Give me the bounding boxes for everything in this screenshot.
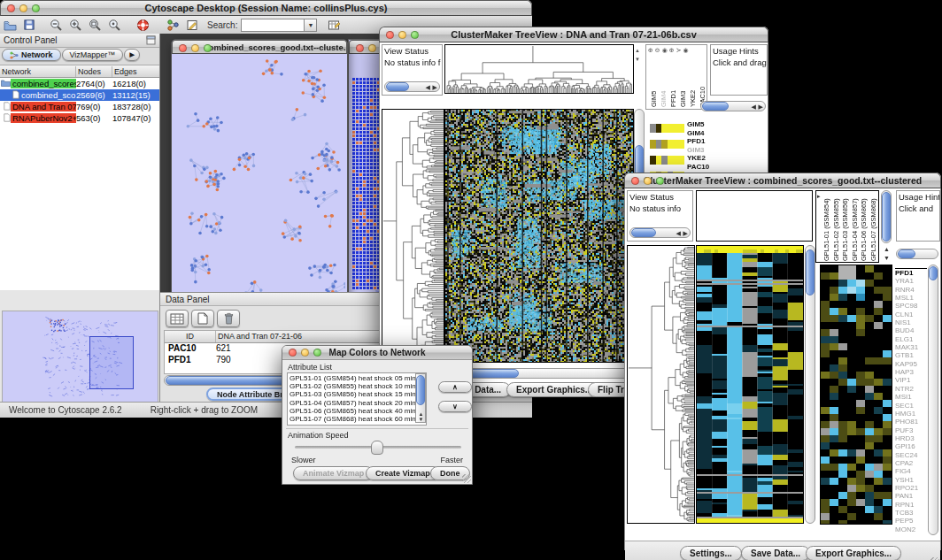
close-button[interactable] — [179, 44, 187, 52]
network-table-row[interactable]: RNAPuberNov2+563(0)107847(0) — [0, 112, 159, 124]
zoom-selected-icon[interactable] — [104, 16, 124, 34]
network-view-titlebar[interactable]: combined_scores_good.txt--cluste... — [172, 40, 347, 54]
view-status-scrollbar[interactable]: ◀ ▶ — [629, 227, 691, 238]
gene-label[interactable]: SEC1 — [895, 402, 927, 410]
close-button[interactable] — [289, 349, 297, 357]
scroll-right-arrow[interactable]: ▶ — [759, 103, 763, 111]
scroll-thumb[interactable] — [806, 249, 815, 295]
combined-zoom-heatmap[interactable] — [820, 265, 892, 525]
dialog-titlebar[interactable]: Map Colors to Network — [282, 346, 472, 360]
table-edit-icon[interactable] — [324, 16, 344, 34]
scroll-thumb[interactable] — [416, 375, 425, 405]
gene-label[interactable]: GPI16 — [895, 442, 927, 450]
create-vizmap-button[interactable]: Create Vizmap — [366, 466, 440, 480]
gene-label[interactable]: YRA1 — [895, 277, 927, 285]
dna-heatmap[interactable] — [444, 109, 634, 363]
network-overview-panel[interactable] — [2, 311, 158, 405]
dna-column-label[interactable]: YKE2 — [689, 72, 697, 107]
network-table-row[interactable]: combined_sco2569(6)13112(15) — [0, 89, 159, 101]
dna-left-dendrogram[interactable] — [382, 109, 444, 363]
gene-label[interactable]: RPO21 — [895, 484, 927, 492]
delete-attribute-button[interactable] — [217, 310, 240, 327]
gpl-column-header[interactable]: GPL51-01 (GSM854) — [822, 192, 830, 261]
annotation-tool-icon[interactable] — [182, 16, 202, 34]
network-view-canvas[interactable] — [172, 55, 345, 326]
scroll-thumb[interactable] — [466, 369, 519, 378]
gene-label[interactable]: GTB1 — [895, 351, 927, 359]
save-button[interactable] — [19, 16, 39, 34]
combined-heatmap-vscrollbar[interactable] — [805, 245, 815, 524]
attribute-select-button[interactable] — [166, 310, 189, 327]
gene-list[interactable]: PFD1YRA1RNR4MSL1SPC98CLN1NIS1BUD4ELG1MAK… — [895, 268, 927, 536]
dna-column-label[interactable]: PFD1 — [669, 72, 677, 107]
resize-grip[interactable] — [462, 474, 471, 483]
attribute-list-vscrollbar[interactable]: ▲▼ — [415, 373, 426, 423]
scroll-thumb[interactable] — [386, 82, 409, 91]
settings-button[interactable]: Settings... — [680, 546, 742, 560]
main-titlebar[interactable]: Cytoscape Desktop (Session Name: collins… — [0, 0, 532, 16]
gene-label[interactable]: MSL1 — [895, 294, 927, 302]
treeview-combined-titlebar[interactable]: ClusterMaker TreeView : combined_scores_… — [624, 173, 941, 188]
gene-label[interactable]: FIG4 — [895, 467, 927, 475]
gene-label[interactable]: YSH1 — [895, 476, 927, 484]
gene-label[interactable]: NTR2 — [895, 385, 927, 393]
gpl-column-header[interactable]: GPL51-03 (GSM856) — [841, 192, 849, 261]
attribute-list-item[interactable]: GPL51-02 (GSM855) heat shock 10 min — [288, 382, 413, 390]
view-status-scrollbar[interactable]: ◀ ▶ — [384, 81, 440, 92]
float-panel-icon[interactable] — [146, 33, 156, 49]
help-lifesaver-icon[interactable] — [133, 16, 152, 34]
dna-column-label[interactable]: GIM5 — [650, 72, 658, 107]
treeview-dna-titlebar[interactable]: ClusterMaker TreeView : DNA and Tran 07-… — [379, 27, 768, 42]
minimize-button[interactable] — [301, 349, 309, 357]
animate-vizmap-button[interactable]: Animate Vizmap — [293, 466, 374, 480]
minimize-button[interactable] — [368, 44, 376, 52]
expand-arrow-icon[interactable]: ▸ — [817, 192, 821, 201]
gpl-column-header[interactable]: GPL51-02 (GSM855) — [832, 192, 840, 261]
gene-label[interactable]: CLN1 — [895, 311, 927, 318]
scroll-left-arrow[interactable]: ◀ — [676, 229, 681, 238]
gpl-column-header[interactable]: GPL51-08 (GSM872) — [878, 192, 879, 261]
scroll-thumb[interactable] — [898, 249, 915, 258]
zoom-fit-icon[interactable] — [85, 16, 104, 34]
gene-label[interactable]: PHO81 — [895, 418, 927, 426]
dna-column-label[interactable]: GIM4 — [660, 72, 668, 107]
combined-heatmap[interactable] — [696, 245, 804, 524]
zoom-button[interactable] — [411, 31, 419, 39]
close-button[interactable] — [631, 177, 639, 185]
gene-label[interactable]: MAK31 — [895, 343, 927, 351]
attribute-list-item[interactable]: GPL51-01 (GSM854) heat shock 05 min — [288, 374, 413, 382]
gene-label[interactable]: TCB3 — [895, 509, 927, 517]
combined-left-dendrogram[interactable] — [627, 245, 695, 524]
scroll-right-arrow[interactable]: ▶ — [433, 83, 437, 92]
gene-label[interactable]: NIS1 — [895, 318, 927, 326]
scroll-right-arrow[interactable]: ▶ — [683, 229, 688, 238]
network-table-row[interactable]: combined_scores2764(0)16218(0) — [0, 78, 159, 89]
zoom-button[interactable] — [32, 4, 40, 12]
gene-label[interactable]: RNR4 — [895, 286, 927, 294]
slider-thumb[interactable] — [371, 441, 383, 455]
dendro-arrows[interactable]: ▲▼ — [635, 46, 640, 64]
scroll-arrows[interactable]: ▲▼ — [419, 411, 424, 422]
gene-label[interactable]: MSI1 — [895, 393, 927, 401]
gene-list-vscrollbar[interactable] — [928, 265, 938, 535]
dna-top-dendrogram[interactable] — [444, 44, 634, 94]
gene-label[interactable]: BUD4 — [895, 326, 927, 334]
minimize-button[interactable] — [644, 177, 652, 185]
gene-label[interactable]: KAP95 — [895, 360, 927, 368]
close-button[interactable] — [7, 4, 15, 12]
zoom-button[interactable] — [204, 44, 212, 52]
close-button[interactable] — [356, 44, 364, 52]
dna-mini-heatmap[interactable] — [650, 120, 684, 172]
gene-label[interactable]: CPA2 — [895, 459, 927, 467]
dna-mini-hscrollbar[interactable]: ◀ ▶ — [700, 101, 766, 111]
attr-col-id[interactable]: ID — [165, 331, 216, 342]
gene-label[interactable]: PAN1 — [895, 492, 927, 500]
gene-label[interactable]: ELG1 — [895, 335, 927, 343]
usage-hints-scrollbar[interactable] — [896, 249, 938, 259]
network-table-row[interactable]: DNA and Tran 07769(0)183728(0) — [0, 101, 159, 112]
zoom-out-icon[interactable] — [46, 16, 66, 34]
attribute-list-item[interactable]: GPL51-03 (GSM856) heat shock 15 min — [288, 390, 413, 398]
zoom-button[interactable] — [656, 177, 664, 185]
tab-overflow-arrow[interactable]: ▶ — [124, 49, 139, 61]
scroll-thumb[interactable] — [929, 266, 938, 280]
